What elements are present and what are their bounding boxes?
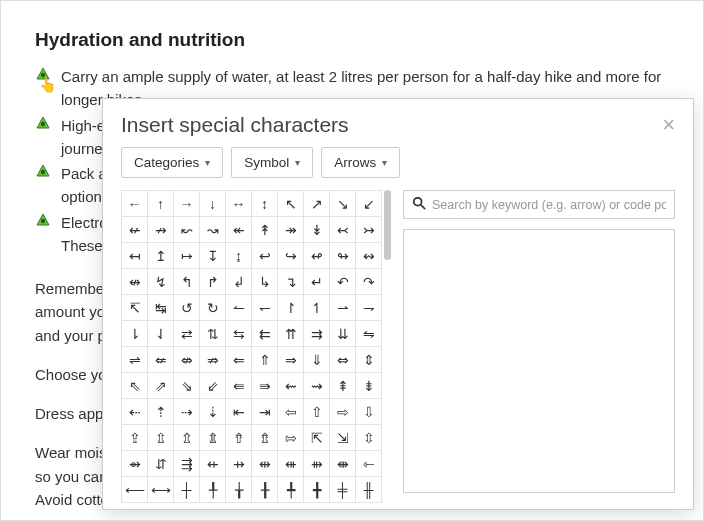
character-cell[interactable]: ↖ <box>278 191 304 217</box>
character-cell[interactable]: ⇣ <box>200 399 226 425</box>
character-cell[interactable]: ↿ <box>304 295 330 321</box>
character-cell[interactable]: ⇜ <box>278 373 304 399</box>
character-cell[interactable]: ⇽ <box>356 451 382 477</box>
character-cell[interactable]: ⇀ <box>330 295 356 321</box>
character-cell[interactable]: ⇰ <box>278 425 304 451</box>
subgroup-dropdown[interactable]: Arrows ▾ <box>321 147 400 178</box>
categories-dropdown[interactable]: Categories ▾ <box>121 147 223 178</box>
character-cell[interactable]: ⇨ <box>330 399 356 425</box>
character-cell[interactable]: ↫ <box>304 243 330 269</box>
character-cell[interactable]: ⇘ <box>174 373 200 399</box>
search-box[interactable] <box>403 190 675 219</box>
close-icon[interactable]: × <box>662 114 675 136</box>
character-cell[interactable]: ⇹ <box>252 451 278 477</box>
character-cell[interactable]: ⇦ <box>278 399 304 425</box>
character-cell[interactable]: ⇯ <box>252 425 278 451</box>
character-cell[interactable]: ⇬ <box>174 425 200 451</box>
character-cell[interactable]: ↺ <box>174 295 200 321</box>
character-cell[interactable]: ↔ <box>226 191 252 217</box>
character-cell[interactable]: ⇓ <box>304 347 330 373</box>
character-cell[interactable]: ⇤ <box>226 399 252 425</box>
character-cell[interactable]: ↰ <box>174 269 200 295</box>
character-cell[interactable]: ↢ <box>330 217 356 243</box>
character-cell[interactable]: ↗ <box>304 191 330 217</box>
character-cell[interactable]: ⟵ <box>122 477 148 503</box>
character-cell[interactable]: ⇟ <box>356 373 382 399</box>
character-cell[interactable]: ╁ <box>226 477 252 503</box>
grid-scrollbar[interactable] <box>384 190 389 493</box>
character-cell[interactable]: ↧ <box>200 243 226 269</box>
character-cell[interactable]: ⇐ <box>226 347 252 373</box>
character-cell[interactable]: ⇋ <box>356 321 382 347</box>
character-cell[interactable]: ⇩ <box>356 399 382 425</box>
character-cell[interactable]: ⇖ <box>122 373 148 399</box>
character-cell[interactable]: ↳ <box>252 269 278 295</box>
character-cell[interactable]: ⇞ <box>330 373 356 399</box>
character-cell[interactable]: ↜ <box>174 217 200 243</box>
character-cell[interactable]: ⇸ <box>226 451 252 477</box>
character-cell[interactable]: ↷ <box>356 269 382 295</box>
character-cell[interactable]: ⇠ <box>122 399 148 425</box>
character-cell[interactable]: ↠ <box>278 217 304 243</box>
character-cell[interactable]: ↪ <box>278 243 304 269</box>
character-cell[interactable]: ⇱ <box>304 425 330 451</box>
character-cell[interactable]: ⇵ <box>148 451 174 477</box>
character-cell[interactable]: ⇥ <box>252 399 278 425</box>
character-cell[interactable]: ⇴ <box>122 451 148 477</box>
character-cell[interactable]: ⇙ <box>200 373 226 399</box>
search-input[interactable] <box>432 198 666 212</box>
character-cell[interactable]: ╂ <box>252 477 278 503</box>
character-cell[interactable]: ⇃ <box>148 321 174 347</box>
character-cell[interactable]: ⇑ <box>252 347 278 373</box>
character-cell[interactable]: ⇅ <box>200 321 226 347</box>
character-cell[interactable]: ↟ <box>252 217 278 243</box>
character-cell[interactable]: ⇉ <box>304 321 330 347</box>
character-cell[interactable]: ╪ <box>330 477 356 503</box>
character-cell[interactable]: ⇲ <box>330 425 356 451</box>
character-cell[interactable]: ↱ <box>200 269 226 295</box>
character-cell[interactable]: ↓ <box>200 191 226 217</box>
character-cell[interactable]: ⇪ <box>122 425 148 451</box>
character-cell[interactable]: ↹ <box>148 295 174 321</box>
character-cell[interactable]: ↚ <box>122 217 148 243</box>
character-cell[interactable]: ⇼ <box>330 451 356 477</box>
character-cell[interactable]: ⇷ <box>200 451 226 477</box>
character-cell[interactable]: ↻ <box>200 295 226 321</box>
character-cell[interactable]: ↝ <box>200 217 226 243</box>
character-cell[interactable]: ↴ <box>278 269 304 295</box>
character-cell[interactable]: ⇎ <box>174 347 200 373</box>
character-cell[interactable]: ⇍ <box>148 347 174 373</box>
character-cell[interactable]: ⇳ <box>356 425 382 451</box>
character-cell[interactable]: ⇧ <box>304 399 330 425</box>
character-cell[interactable]: ⇭ <box>200 425 226 451</box>
character-cell[interactable]: ⇁ <box>356 295 382 321</box>
character-cell[interactable]: ↲ <box>226 269 252 295</box>
character-cell[interactable]: ⟷ <box>148 477 174 503</box>
character-cell[interactable]: ⇝ <box>304 373 330 399</box>
character-cell[interactable]: ↤ <box>122 243 148 269</box>
character-cell[interactable]: ↛ <box>148 217 174 243</box>
character-cell[interactable]: ⇫ <box>148 425 174 451</box>
character-cell[interactable]: ⇔ <box>330 347 356 373</box>
character-cell[interactable]: ⇂ <box>122 321 148 347</box>
character-cell[interactable]: ⇶ <box>174 451 200 477</box>
character-cell[interactable]: ⇇ <box>252 321 278 347</box>
character-cell[interactable]: ↾ <box>278 295 304 321</box>
character-cell[interactable]: ↶ <box>330 269 356 295</box>
character-cell[interactable]: ↽ <box>252 295 278 321</box>
character-cell[interactable]: ↙ <box>356 191 382 217</box>
character-cell[interactable]: ↑ <box>148 191 174 217</box>
character-cell[interactable]: ⇗ <box>148 373 174 399</box>
character-cell[interactable]: ↵ <box>304 269 330 295</box>
character-cell[interactable]: ↡ <box>304 217 330 243</box>
character-cell[interactable]: ↯ <box>148 269 174 295</box>
character-cell[interactable]: ↥ <box>148 243 174 269</box>
character-cell[interactable]: ⇊ <box>330 321 356 347</box>
character-cell[interactable]: ⇡ <box>148 399 174 425</box>
character-cell[interactable]: ⇕ <box>356 347 382 373</box>
character-cell[interactable]: ⇛ <box>252 373 278 399</box>
character-cell[interactable]: → <box>174 191 200 217</box>
character-cell[interactable]: ╀ <box>200 477 226 503</box>
character-cell[interactable]: ↼ <box>226 295 252 321</box>
scrollbar-thumb[interactable] <box>384 190 391 260</box>
